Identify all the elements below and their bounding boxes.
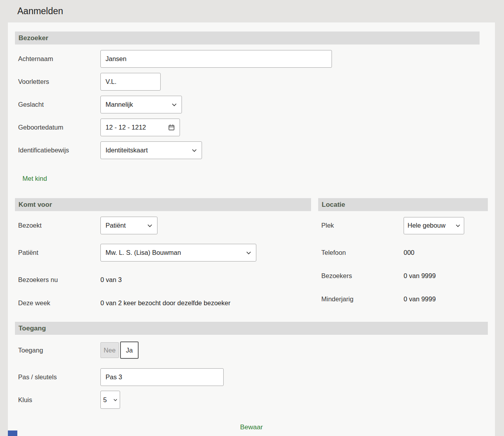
form-row-geslacht: Geslacht Mannelijk	[15, 96, 488, 113]
geboortedatum-value: 12 - 12 - 1212	[106, 124, 146, 131]
form-row-toegang-toggle: Toegang Nee Ja	[15, 341, 488, 359]
met-kind-link[interactable]: Met kind	[22, 175, 47, 182]
bezoekers-nu-label: Bezoekers nu	[15, 276, 100, 284]
form-row-bezoekers: Bezoekers 0 van 9999	[318, 267, 488, 285]
minderjarig-value: 0 van 9999	[404, 295, 488, 303]
pas-sleutels-label: Pas / sleutels	[15, 373, 100, 381]
komt-voor-locatie-columns: Komt voor Bezoekt Patiënt Patiënt Mw. L.…	[15, 198, 488, 312]
form-row-bezoekers-nu: Bezoekers nu 0 van 3	[15, 271, 311, 289]
plek-selected-value: Hele gebouw	[408, 222, 445, 229]
chevron-down-icon	[192, 149, 197, 152]
kluis-selected-value: 5	[103, 396, 107, 404]
telefoon-value: 000	[404, 249, 488, 256]
form-row-minderjarig: Minderjarig 0 van 9999	[318, 290, 488, 308]
form-row-voorletters: Voorletters	[15, 73, 488, 91]
section-header-komt-voor: Komt voor	[15, 198, 311, 211]
form-row-bezoekt: Bezoekt Patiënt	[15, 217, 311, 234]
bezoekt-select[interactable]: Patiënt	[100, 217, 158, 234]
bezoekt-label: Bezoekt	[15, 222, 100, 229]
form-row-pas-sleutels: Pas / sleutels	[15, 368, 488, 386]
achternaam-input[interactable]	[100, 50, 332, 68]
bezoekers-nu-value: 0 van 3	[100, 276, 311, 284]
section-header-toegang: Toegang	[15, 322, 488, 335]
bewaar-button[interactable]: Bewaar	[240, 423, 263, 431]
bezoekers-value: 0 van 9999	[404, 272, 488, 280]
identificatiebewijs-selected-value: Identiteitskaart	[106, 147, 148, 154]
minderjarig-label: Minderjarig	[318, 295, 404, 303]
identificatiebewijs-select[interactable]: Identiteitskaart	[100, 141, 202, 159]
toegang-ja-button[interactable]: Ja	[120, 341, 139, 359]
achternaam-label: Achternaam	[15, 55, 100, 63]
form-row-patient: Patiënt Mw. L. S. (Lisa) Bouwman	[15, 244, 311, 262]
toegang-label: Toegang	[15, 347, 100, 354]
form-row-geboortedatum: Geboortedatum 12 - 12 - 1212	[15, 119, 488, 136]
form-row-achternaam: Achternaam	[15, 50, 488, 68]
geboortedatum-input[interactable]: 12 - 12 - 1212	[100, 119, 180, 136]
bezoekers-label: Bezoekers	[318, 272, 404, 280]
section-toegang: Toegang Toegang Nee Ja Pas / sleutels Kl…	[15, 322, 488, 409]
toegang-toggle-group: Nee Ja	[100, 341, 488, 359]
form-row-plek: Plek Hele gebouw	[318, 217, 488, 234]
plek-label: Plek	[318, 222, 404, 229]
identificatiebewijs-label: Identificatiebewijs	[15, 147, 100, 154]
geslacht-selected-value: Mannelijk	[106, 101, 133, 108]
pas-sleutels-input[interactable]	[100, 368, 224, 386]
patient-label: Patiënt	[15, 249, 100, 256]
plek-select[interactable]: Hele gebouw	[404, 217, 464, 234]
page-title: Aanmelden	[0, 0, 504, 17]
voorletters-input[interactable]	[100, 73, 161, 91]
chevron-down-icon	[172, 103, 177, 106]
toegang-nee-button[interactable]: Nee	[100, 342, 119, 358]
partially-visible-bottom-element	[8, 430, 17, 436]
kluis-select[interactable]: 5	[100, 391, 120, 409]
section-locatie: Locatie Plek Hele gebouw Telefoon 000 Be…	[318, 198, 488, 308]
form-row-identificatiebewijs: Identificatiebewijs Identiteitskaart	[15, 141, 488, 159]
section-header-bezoeker: Bezoeker	[15, 32, 480, 45]
chevron-down-icon	[113, 399, 117, 401]
voorletters-label: Voorletters	[15, 78, 100, 85]
section-komt-voor: Komt voor Bezoekt Patiënt Patiënt Mw. L.…	[15, 198, 311, 312]
chevron-down-icon	[246, 251, 251, 254]
form-row-telefoon: Telefoon 000	[318, 244, 488, 262]
geslacht-select[interactable]: Mannelijk	[100, 96, 182, 113]
section-bezoeker: Bezoeker Achternaam Voorletters Geslacht…	[15, 32, 488, 183]
chevron-down-icon	[456, 224, 460, 227]
met-kind-row: Met kind	[15, 174, 488, 183]
geboortedatum-label: Geboortedatum	[15, 124, 100, 131]
deze-week-value: 0 van 2 keer bezocht door dezelfde bezoe…	[100, 299, 311, 307]
form-row-deze-week: Deze week 0 van 2 keer bezocht door deze…	[15, 294, 311, 312]
bezoekt-selected-value: Patiënt	[106, 222, 126, 229]
patient-select[interactable]: Mw. L. S. (Lisa) Bouwman	[100, 244, 256, 262]
calendar-icon[interactable]	[168, 124, 175, 131]
telefoon-label: Telefoon	[318, 249, 404, 256]
kluis-label: Kluis	[15, 396, 100, 404]
section-header-locatie: Locatie	[318, 198, 488, 211]
form-footer: Bewaar	[15, 423, 488, 432]
patient-selected-value: Mw. L. S. (Lisa) Bouwman	[106, 249, 181, 256]
deze-week-label: Deze week	[15, 299, 100, 307]
form-row-kluis: Kluis 5	[15, 391, 488, 409]
chevron-down-icon	[147, 224, 152, 227]
aanmelden-form-card: Bezoeker Achternaam Voorletters Geslacht…	[8, 22, 495, 436]
geslacht-label: Geslacht	[15, 101, 100, 108]
